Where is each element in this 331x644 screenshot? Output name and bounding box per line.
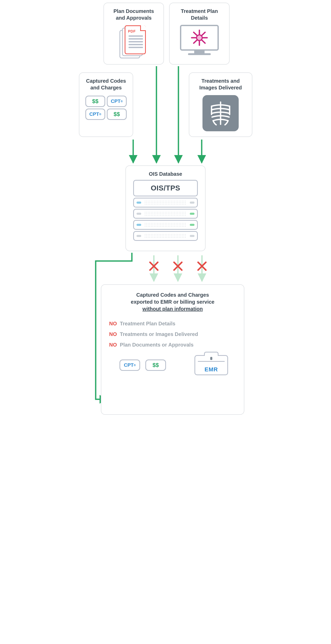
box-ois-database: OIS Database OIS/TPS xyxy=(125,165,206,251)
cpt-pill: CPT® xyxy=(107,96,127,107)
server-rack-icon: OIS/TPS xyxy=(133,180,198,241)
box-treatment-plan: Treatment Plan Details xyxy=(169,3,230,65)
title-line1: Treatment Plan xyxy=(181,8,218,14)
svg-point-18 xyxy=(197,35,202,41)
box-captured-codes: Captured Codes and Charges $$ CPT® CPT® … xyxy=(79,72,133,137)
money-pill: $$ xyxy=(145,359,166,371)
pdf-badge: PDF xyxy=(128,29,136,33)
box-title: Treatment Plan Details xyxy=(170,3,229,24)
box-plan-documents: Plan Documents and Approvals PDF xyxy=(103,3,164,65)
box-title: Treatments and Images Delivered xyxy=(189,73,252,94)
svg-line-12 xyxy=(198,262,206,270)
headline-l1: Captured Codes and Charges xyxy=(136,292,209,298)
cpt-pill: CPT® xyxy=(119,359,140,371)
no-line-1: NO Treatment Plan Details xyxy=(109,321,236,327)
svg-line-8 xyxy=(150,262,158,270)
pdf-stack-icon: PDF xyxy=(119,25,148,59)
title-line2: Images Delivered xyxy=(199,85,242,90)
bottom-icon-row: CPT® $$ EMR xyxy=(109,355,236,375)
title-line2: and Approvals xyxy=(116,15,152,21)
svg-line-9 xyxy=(174,262,182,270)
cpt-pill: CPT® xyxy=(85,109,105,120)
no-line-3: NO Plan Documents or Approvals xyxy=(109,342,236,348)
diagram-canvas: Plan Documents and Approvals PDF Treatme… xyxy=(65,0,266,429)
box-title: Plan Documents and Approvals xyxy=(104,3,163,24)
pill-grid: $$ CPT® CPT® $$ xyxy=(85,96,127,120)
title-line2: and Charges xyxy=(90,85,122,90)
xray-icon xyxy=(202,95,239,131)
title-line1: Treatments and xyxy=(201,78,240,84)
no-list: NO Treatment Plan Details NO Treatments … xyxy=(109,321,236,348)
headline-l2: exported to EMR or billing service xyxy=(131,299,214,305)
svg-line-10 xyxy=(174,262,182,270)
box-treatments-images: Treatments and Images Delivered xyxy=(189,72,252,137)
money-pill: $$ xyxy=(107,109,127,120)
no-line-2: NO Treatments or Images Delivered xyxy=(109,331,236,337)
title-line1: Captured Codes xyxy=(86,78,126,84)
title-line2: Details xyxy=(191,15,208,21)
starburst-icon xyxy=(190,29,209,46)
svg-line-7 xyxy=(150,262,158,270)
monitor-icon xyxy=(180,25,219,55)
box-bottom-export: Captured Codes and Charges exported to E… xyxy=(101,284,244,415)
box-title: Captured Codes and Charges xyxy=(79,73,133,94)
emr-label: EMR xyxy=(205,366,218,373)
box-title: OIS Database xyxy=(126,166,205,179)
bottom-headline: Captured Codes and Charges exported to E… xyxy=(109,292,236,312)
emr-icon: EMR xyxy=(194,355,228,375)
money-pill: $$ xyxy=(85,96,105,107)
server-label: OIS/TPS xyxy=(133,180,198,196)
svg-line-11 xyxy=(198,262,206,270)
title-line1: Plan Documents xyxy=(114,8,154,14)
headline-l3: without plan information xyxy=(142,306,203,312)
